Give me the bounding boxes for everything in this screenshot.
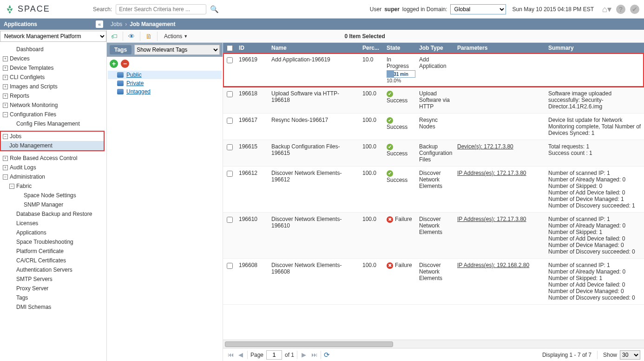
table-row[interactable]: 196615Backup Configuration Files-1966151…	[223, 140, 644, 167]
col-jobtype[interactable]: Job Type	[416, 43, 454, 53]
nav-item[interactable]: Licenses	[1, 219, 105, 228]
home-icon[interactable]: ⌂▾	[602, 5, 611, 14]
expand-icon[interactable]: +	[3, 165, 8, 170]
select-all-checkbox[interactable]	[227, 45, 233, 51]
view-icon[interactable]: 👁	[127, 32, 136, 41]
col-parameters[interactable]: Parameters	[454, 43, 545, 53]
table-row[interactable]: 196610Discover Network Elements-19661010…	[223, 213, 644, 259]
row-checkbox[interactable]	[227, 171, 233, 177]
next-page-button[interactable]: ▶	[300, 351, 308, 358]
last-page-button[interactable]: ⏭	[310, 351, 318, 358]
row-checkbox[interactable]	[227, 144, 233, 150]
nav-item[interactable]: SMTP Servers	[1, 274, 105, 284]
col-summary[interactable]: Summary	[545, 43, 644, 53]
actions-menu[interactable]: Actions ▼	[161, 33, 191, 40]
nav-item[interactable]: +Images and Scripts	[1, 82, 105, 91]
col-percent[interactable]: Perc...	[360, 43, 384, 53]
expand-icon[interactable]: +	[3, 94, 8, 99]
prev-page-button[interactable]: ◀	[237, 351, 244, 358]
expand-icon[interactable]: +	[3, 75, 8, 80]
delete-tag-button[interactable]: −	[121, 60, 129, 68]
nav-item[interactable]: Space Troubleshooting	[1, 237, 105, 247]
expand-icon[interactable]: +	[3, 66, 8, 71]
parameters-link[interactable]: IP Address(es): 192.168.2.80	[457, 262, 529, 268]
search-icon[interactable]: 🔍	[210, 5, 219, 13]
nav-item[interactable]: +Audit Logs	[1, 163, 105, 172]
nav-item[interactable]: DMI Schemas	[1, 302, 105, 312]
nav-item[interactable]: +Reports	[1, 91, 105, 100]
parameters-link[interactable]: Device(s): 172.17.3.80	[457, 143, 513, 150]
tag-item[interactable]: Public	[108, 71, 222, 79]
nav-item[interactable]: Authentication Servers	[1, 265, 105, 274]
export-icon[interactable]: 🗎	[144, 32, 153, 41]
collapse-sidebar-icon[interactable]: «	[96, 20, 103, 28]
collapse-icon[interactable]: −	[3, 134, 8, 139]
expand-icon[interactable]: +	[3, 156, 8, 161]
nav-item[interactable]: +Role Based Access Control	[1, 154, 105, 163]
first-page-button[interactable]: ⏮	[227, 351, 234, 358]
col-state[interactable]: State	[384, 43, 416, 53]
nav-item[interactable]: Applications	[1, 228, 105, 237]
add-tag-button[interactable]: +	[110, 60, 118, 68]
horizontal-scrollbar[interactable]	[223, 340, 644, 348]
expand-icon[interactable]: +	[3, 84, 8, 89]
nav-job-management[interactable]: Job Management	[1, 141, 104, 150]
row-checkbox[interactable]	[227, 118, 233, 124]
tag-item[interactable]: Private	[108, 79, 222, 87]
table-row[interactable]: 196612Discover Network Elements-19661210…	[223, 167, 644, 213]
row-checkbox[interactable]	[227, 217, 233, 223]
user-area: User super logged in Domain: Global Sun …	[370, 4, 594, 14]
breadcrumb-level1[interactable]: Jobs	[111, 21, 122, 27]
nav-item[interactable]: Proxy Server	[1, 284, 105, 293]
nav-item[interactable]: SNMP Manager	[1, 200, 105, 209]
row-checkbox[interactable]	[227, 263, 233, 269]
expand-icon[interactable]: +	[3, 103, 8, 108]
search-input[interactable]	[116, 4, 206, 14]
cell-summary: Number of scanned IP: 1Number of Already…	[545, 214, 644, 256]
nav-item[interactable]: +CLI Configlets	[1, 73, 105, 82]
nav-item[interactable]: +Devices	[1, 54, 105, 63]
tag-link[interactable]: Untagged	[126, 88, 151, 95]
tag-link[interactable]: Public	[126, 72, 142, 78]
nav-item[interactable]: +Device Templates	[1, 63, 105, 73]
nav-item[interactable]: +Network Monitoring	[1, 100, 105, 110]
nav-item[interactable]: Platform Certificate	[1, 247, 105, 256]
refresh-icon[interactable]: ⟳	[324, 351, 330, 359]
collapse-icon[interactable]: −	[9, 184, 14, 189]
nav-item-label: Config Files Management	[16, 120, 80, 127]
row-checkbox[interactable]	[227, 57, 233, 63]
tag-link[interactable]: Private	[126, 80, 144, 87]
nav-item[interactable]: −Administration	[1, 172, 105, 181]
tag-icon[interactable]: 🏷	[110, 32, 119, 41]
nav-jobs-header[interactable]: − Jobs	[1, 132, 104, 141]
domain-select[interactable]: Global	[450, 4, 506, 14]
page-number-input[interactable]	[266, 350, 282, 360]
table-row[interactable]: 196619Add Application-19661910.0In Progr…	[223, 53, 644, 87]
nav-item[interactable]: Config Files Management	[1, 119, 105, 128]
nav-item[interactable]: Space Node Settings	[1, 191, 105, 200]
page-size-select[interactable]: 30	[620, 350, 640, 360]
table-row[interactable]: 196617Resync Nodes-196617100.0SuccessRes…	[223, 114, 644, 140]
nav-item[interactable]: −Configuration Files	[1, 110, 105, 119]
cell-parameters: Device(s): 172.17.3.80	[454, 142, 545, 151]
collapse-icon[interactable]: −	[3, 174, 8, 180]
collapse-icon[interactable]: −	[3, 112, 8, 117]
table-row[interactable]: 196608Discover Network Elements-19660810…	[223, 259, 644, 305]
expand-icon[interactable]: +	[3, 56, 8, 61]
nav-item[interactable]: Tags	[1, 293, 105, 302]
parameters-link[interactable]: IP Address(es): 172.17.3.80	[457, 216, 526, 222]
row-checkbox[interactable]	[227, 91, 233, 97]
parameters-link[interactable]: IP Address(es): 172.17.3.80	[457, 170, 526, 176]
col-name[interactable]: Name	[269, 43, 360, 53]
nav-item[interactable]: CA/CRL Certificates	[1, 256, 105, 265]
tags-mode-select[interactable]: Show Relevant Tags	[134, 45, 220, 55]
commit-ok-icon[interactable]: ✔	[630, 5, 639, 14]
nav-item[interactable]: Database Backup and Restore	[1, 209, 105, 219]
table-row[interactable]: 196618Upload Software via HTTP-196618100…	[223, 87, 644, 114]
col-id[interactable]: ID	[236, 43, 269, 53]
module-select[interactable]: Network Management Platform	[0, 31, 106, 42]
help-icon[interactable]: ?	[616, 5, 625, 14]
nav-item[interactable]: −Fabric	[1, 181, 105, 191]
tag-item[interactable]: Untagged	[108, 87, 222, 96]
nav-item[interactable]: Dashboard	[1, 45, 105, 54]
